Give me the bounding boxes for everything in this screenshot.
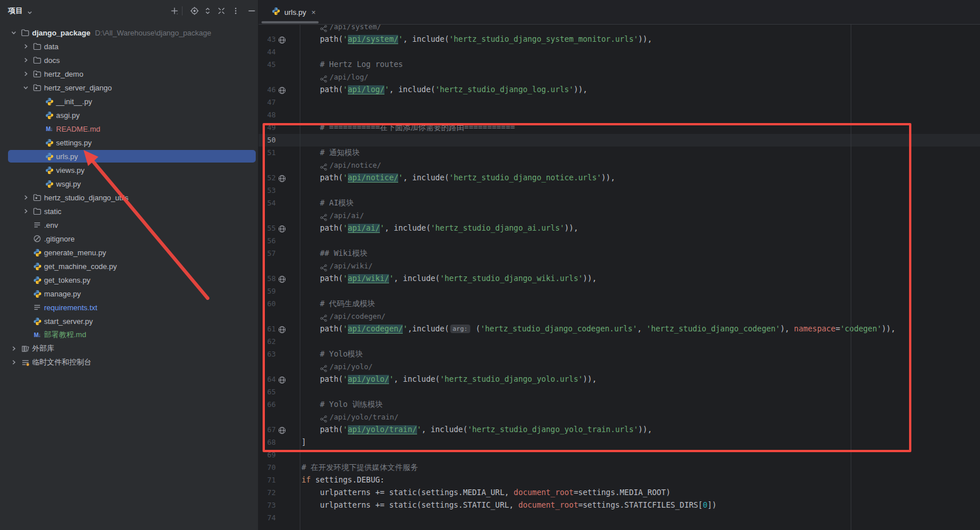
tree-item-wsgi-py[interactable]: wsgi.py [0,177,258,191]
code-line-50[interactable]: 50 [259,134,980,147]
related-url-link-icon[interactable] [320,162,327,169]
url-mapping-globe-icon[interactable] [278,426,286,434]
url-inlay-hint[interactable]: /api/notice/ [330,159,381,172]
chevron-right-icon[interactable] [20,193,31,202]
inlay-row[interactable]: /api/yolo/ [259,361,980,373]
line-number[interactable]: 58 [259,272,276,285]
tree-item-hertz_studio_django_utils[interactable]: hertz_studio_django_utils [0,191,258,204]
tree-item-data[interactable]: data [0,39,258,53]
code-line-52[interactable]: 52 path('api/notice/', include('hertz_st… [259,172,980,184]
line-number[interactable]: 64 [259,373,276,386]
tree-item-init-py[interactable]: __init__.py [0,94,258,108]
line-number[interactable]: 60 [259,298,276,310]
code-line-54[interactable]: 54 # AI模块 [259,197,980,209]
collapse-all-icon[interactable] [216,5,227,17]
line-number[interactable]: 59 [259,285,276,298]
tree-item-urls-py[interactable]: urls.py [0,149,258,163]
line-number[interactable]: 45 [259,58,276,71]
tree-item-hertz_demo[interactable]: hertz_demo [0,67,258,81]
code-line-60[interactable]: 60 # 代码生成模块 [259,298,980,310]
inlay-row[interactable]: /api/notice/ [259,159,980,172]
chevron-right-icon[interactable] [20,69,31,78]
inlay-row[interactable]: /api/wiki/ [259,260,980,272]
tab-urls-py[interactable]: urls.py × [260,0,322,24]
tree-item-requirements-txt[interactable]: requirements.txt [0,300,258,314]
url-mapping-globe-icon[interactable] [278,375,286,383]
code-line-65[interactable]: 65 [259,386,980,398]
line-number[interactable]: 72 [259,487,276,499]
url-inlay-hint[interactable]: /api/log/ [330,71,368,84]
code-line-46[interactable]: 46 path('api/log/', include('hertz_studi… [259,84,980,96]
more-options-icon[interactable] [230,5,241,17]
code-line-53[interactable]: 53 [259,184,980,197]
chevron-right-icon[interactable] [20,56,31,65]
line-number[interactable]: 70 [259,461,276,474]
tree-item-get_machine_code-py[interactable]: get_machine_code.py [0,259,258,273]
code-line-64[interactable]: 64 path('api/yolo/', include('hertz_stud… [259,373,980,386]
tree-item-asgi-py[interactable]: asgi.py [0,108,258,122]
tree-item-deploy-md[interactable]: M↓部署教程.md [0,328,258,342]
chevron-right-icon[interactable] [8,344,19,353]
inlay-row[interactable]: /api/codegen/ [259,310,980,323]
url-inlay-hint[interactable]: /api/yolo/train/ [330,411,398,424]
inlay-row[interactable]: /api/log/ [259,71,980,84]
url-mapping-globe-icon[interactable] [278,224,286,232]
line-number[interactable]: 66 [259,398,276,411]
line-number[interactable]: 50 [259,134,276,147]
url-inlay-hint[interactable]: /api/codegen/ [330,310,386,323]
code-line-73[interactable]: 73 urlpatterns += static(settings.STATIC… [259,499,980,512]
tree-item-gitignore[interactable]: .gitignore [0,232,258,246]
url-inlay-hint[interactable]: /api/ai/ [330,209,364,222]
related-url-link-icon[interactable] [320,313,327,321]
code-line-45[interactable]: 45 # Hertz Log routes [259,58,980,71]
url-mapping-globe-icon[interactable] [278,275,286,283]
line-number[interactable]: 54 [259,197,276,209]
hide-panel-icon[interactable] [246,5,257,17]
code-line-61[interactable]: 61 path('api/codegen/',include(arg: ('he… [259,323,980,335]
tree-item-readme-md[interactable]: M↓README.md [0,122,258,136]
panel-title[interactable]: 项目 [8,6,23,16]
line-number[interactable]: 48 [259,109,276,121]
line-number[interactable]: 63 [259,348,276,361]
tree-item-settings-py[interactable]: settings.py [0,136,258,149]
tree-item-django_package[interactable]: django_packageD:\All_Warehouse\django_pa… [0,26,258,39]
chevron-right-icon[interactable] [20,42,31,51]
related-url-link-icon[interactable] [320,263,327,270]
line-number[interactable]: 62 [259,335,276,348]
code-line-51[interactable]: 51 # 通知模块 [259,147,980,159]
code-line-57[interactable]: 57 ## Wiki模块 [259,247,980,260]
url-mapping-globe-icon[interactable] [278,86,286,94]
line-number[interactable]: 69 [259,449,276,461]
line-number[interactable]: 46 [259,84,276,96]
line-number[interactable]: 67 [259,424,276,436]
line-number[interactable]: 65 [259,386,276,398]
url-mapping-globe-icon[interactable] [278,325,286,333]
tree-item-hertz_server_django[interactable]: hertz_server_django [0,81,258,94]
tree-item-scratches[interactable]: 临时文件和控制台 [0,355,258,369]
line-number[interactable]: 57 [259,247,276,260]
tree-item-external-libraries[interactable]: 外部库 [0,342,258,355]
line-number[interactable]: 53 [259,184,276,197]
code-line-62[interactable]: 62 [259,335,980,348]
code-line-49[interactable]: 49 # ===========在下面添加你需要的路由=========== [259,121,980,134]
code-line-72[interactable]: 72 urlpatterns += static(settings.MEDIA_… [259,487,980,499]
code-area[interactable]: /api/system/43 path('api/system/', inclu… [259,21,980,524]
line-number[interactable]: 51 [259,147,276,159]
line-number[interactable]: 52 [259,172,276,184]
line-number[interactable]: 47 [259,96,276,109]
url-inlay-hint[interactable]: /api/yolo/ [330,361,372,373]
line-number[interactable]: 73 [259,499,276,512]
line-number[interactable]: 61 [259,323,276,335]
expand-collapse-icon[interactable] [202,5,213,17]
chevron-right-icon[interactable] [8,358,19,367]
locate-icon[interactable] [189,5,200,17]
line-number[interactable]: 74 [259,512,276,524]
code-line-58[interactable]: 58 path('api/wiki/', include('hertz_stud… [259,272,980,285]
code-line-71[interactable]: 71if settings.DEBUG: [259,474,980,487]
code-line-69[interactable]: 69 [259,449,980,461]
line-number[interactable]: 44 [259,46,276,58]
tree-item-generate_menu-py[interactable]: generate_menu.py [0,246,258,259]
related-url-link-icon[interactable] [320,212,327,220]
inlay-row[interactable]: /api/yolo/train/ [259,411,980,424]
line-number[interactable]: 55 [259,222,276,235]
